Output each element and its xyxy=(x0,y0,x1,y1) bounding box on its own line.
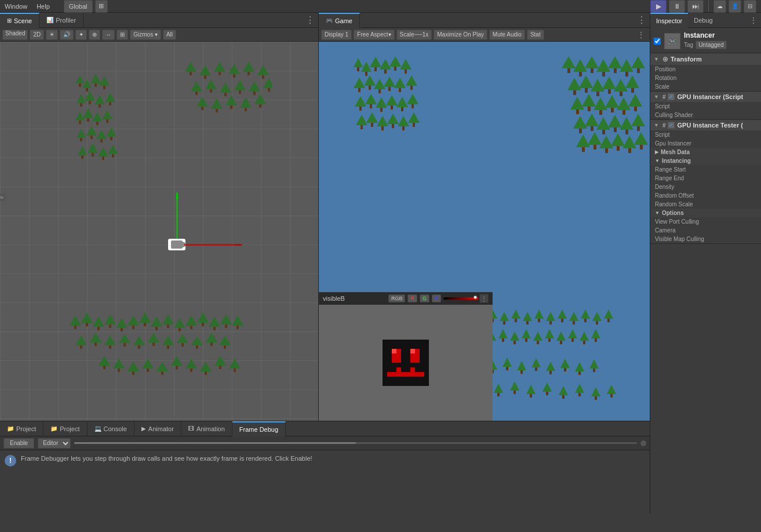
play-button[interactable]: ▶ xyxy=(650,0,667,13)
tab-animation[interactable]: 🎞 Animation xyxy=(181,421,232,436)
svg-rect-215 xyxy=(585,88,588,93)
svg-rect-61 xyxy=(253,92,256,95)
options-subheader[interactable]: ▼ Options xyxy=(650,209,761,217)
svg-rect-231 xyxy=(611,108,614,112)
rotation-label: Rotation xyxy=(655,75,756,81)
tab-console[interactable]: 💻 Console xyxy=(88,421,134,436)
scene-view[interactable]: 4 xyxy=(0,42,318,421)
tab-frame-debug[interactable]: Frame Debug xyxy=(232,421,286,436)
transform-header[interactable]: ▼ ⊕ Transform xyxy=(650,53,761,65)
svg-marker-428 xyxy=(575,384,584,393)
svg-rect-391 xyxy=(549,371,552,374)
rgb-btn[interactable]: RGB xyxy=(388,294,406,303)
svg-rect-434 xyxy=(383,340,429,386)
shading-mode-select[interactable]: Shaded xyxy=(2,30,28,40)
svg-marker-182 xyxy=(396,97,408,107)
tab-profiler[interactable]: 📊 Profiler xyxy=(39,13,83,28)
mute-audio-btn[interactable]: Mute Audio xyxy=(489,30,525,40)
tester-script-label: Script xyxy=(655,132,756,138)
svg-marker-92 xyxy=(174,318,185,328)
svg-marker-358 xyxy=(591,329,600,338)
camera-label: Camera xyxy=(655,227,756,234)
display-select[interactable]: Display 1 xyxy=(321,30,352,40)
tab-project-1[interactable]: 📁 Project xyxy=(0,421,43,436)
gpu-instancer-arrow: ▼ xyxy=(654,94,659,100)
svg-marker-156 xyxy=(380,59,391,70)
svg-rect-187 xyxy=(361,125,363,129)
gizmos-btn[interactable]: Gizmos ▾ xyxy=(130,30,161,40)
pause-button[interactable]: ⏸ xyxy=(669,0,685,13)
game-panel-options-icon[interactable]: ⋮ xyxy=(637,30,647,39)
gpu-script-label: Script xyxy=(655,103,756,110)
inspector-menu-icon[interactable]: ⋮ xyxy=(749,16,761,25)
object-active-checkbox[interactable] xyxy=(654,38,661,45)
tab-project-2[interactable]: 📁 Project xyxy=(43,421,87,436)
svg-rect-129 xyxy=(118,369,120,372)
transform-mode-btn[interactable]: ↔ xyxy=(102,30,115,40)
scene-side-tab[interactable]: 4 xyxy=(0,194,6,201)
step-button[interactable]: ⏭ xyxy=(687,0,704,13)
range-end-label: Range End xyxy=(655,175,756,181)
all-btn[interactable]: All xyxy=(163,30,176,40)
lighting-icon-btn[interactable]: ☀ xyxy=(46,30,58,40)
mesh-data-subheader[interactable]: ▶ Mesh Data xyxy=(650,148,761,156)
gpu-tester-header[interactable]: ▼ # ✓ GPU Instance Tester ( xyxy=(650,120,761,130)
svg-marker-176 xyxy=(365,94,377,104)
maximize-on-play-btn[interactable]: Maximize On Play xyxy=(434,30,487,40)
svg-marker-228 xyxy=(593,97,607,110)
svg-rect-77 xyxy=(86,323,88,326)
tab-inspector[interactable]: Inspector xyxy=(650,13,688,28)
svg-rect-15 xyxy=(109,102,111,105)
object-name: Instancer xyxy=(684,31,758,39)
svg-rect-163 xyxy=(358,88,361,92)
svg-rect-221 xyxy=(620,92,622,96)
svg-rect-345 xyxy=(514,341,516,344)
svg-rect-33 xyxy=(81,155,83,159)
svg-marker-52 xyxy=(191,81,202,92)
r-channel-btn[interactable]: R xyxy=(407,294,417,303)
channel-settings-btn[interactable]: ⋮ xyxy=(479,294,489,303)
menu-bar: Window Help Global ⊞ ▶ ⏸ ⏭ ☁ 👤 ⊟ xyxy=(0,0,761,13)
tab-scene[interactable]: ⊞ Scene xyxy=(0,13,39,28)
svg-marker-396 xyxy=(589,359,599,369)
enable-button[interactable]: Enable xyxy=(3,438,34,449)
brightness-slider[interactable] xyxy=(443,297,478,300)
svg-rect-347 xyxy=(525,338,527,342)
gpu-instancer-checkbox[interactable]: ✓ xyxy=(668,93,675,100)
b-channel-btn[interactable]: B xyxy=(432,294,441,303)
svg-marker-144 xyxy=(229,359,241,369)
layers-icon[interactable]: ⊟ xyxy=(744,0,756,13)
gpu-instancer-header[interactable]: ▼ # ✓ GPU Instancer (Script xyxy=(650,92,761,102)
aspect-select[interactable]: Free Aspect ▾ xyxy=(354,30,394,40)
svg-marker-154 xyxy=(370,57,381,67)
gpu-tester-checkbox[interactable]: ✓ xyxy=(668,122,675,129)
svg-rect-127 xyxy=(103,366,105,369)
stat-btn[interactable]: Stat xyxy=(527,30,544,40)
scene-panel-menu-icon[interactable]: ⋮ xyxy=(305,14,318,25)
svg-rect-183 xyxy=(401,107,403,111)
trees-svg-tl xyxy=(75,71,133,175)
scene-tools-btn[interactable]: ⊕ xyxy=(89,30,100,40)
game-panel-menu-icon[interactable]: ⋮ xyxy=(637,14,650,25)
effects-icon-btn[interactable]: ✦ xyxy=(75,30,87,40)
g-channel-btn[interactable]: G xyxy=(420,294,429,303)
2d-button[interactable]: 2D xyxy=(30,30,44,40)
tab-debug[interactable]: Debug xyxy=(688,13,718,28)
tab-animator[interactable]: ▶ Animator xyxy=(134,421,181,436)
scale-control[interactable]: Scale ── 1x xyxy=(396,30,432,40)
editor-select[interactable]: Editor xyxy=(38,438,71,449)
tag-value[interactable]: Untagged xyxy=(696,41,726,49)
svg-rect-141 xyxy=(205,371,207,375)
audio-icon-btn[interactable]: 🔊 xyxy=(60,30,74,40)
menu-help[interactable]: Help xyxy=(37,3,50,10)
instancing-subheader[interactable]: ▼ Instancing xyxy=(650,156,761,165)
account-icon[interactable]: 👤 xyxy=(729,0,741,13)
snap-btn[interactable]: ⊞ xyxy=(116,30,128,40)
collab-icon[interactable]: ☁ xyxy=(713,0,726,13)
tab-game[interactable]: 🎮 Game xyxy=(319,13,360,28)
camera-icon xyxy=(168,239,185,250)
menu-window[interactable]: Window xyxy=(5,3,27,10)
svg-rect-299 xyxy=(538,319,540,322)
svg-rect-99 xyxy=(213,327,216,330)
gpu-tester-arrow: ▼ xyxy=(654,122,659,128)
